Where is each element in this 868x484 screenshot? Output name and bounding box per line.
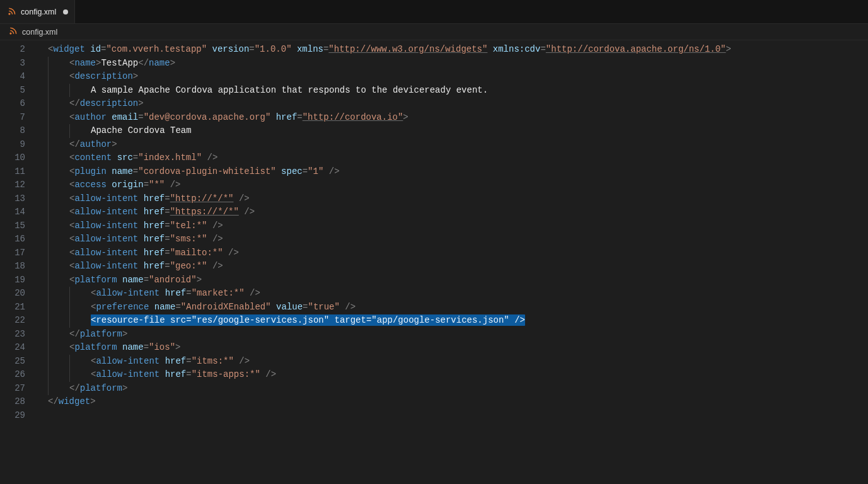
token-text (292, 44, 297, 54)
indent-guide (48, 260, 69, 274)
code-line[interactable]: A sample Apache Cordova application that… (37, 84, 868, 98)
code-line[interactable] (37, 409, 868, 423)
code-line[interactable]: <content src="index.html" /> (37, 151, 868, 165)
line-number: 23 (0, 328, 37, 342)
code-line[interactable]: </author> (37, 138, 868, 152)
token-text (107, 112, 112, 122)
code-line[interactable]: <allow-intent href="http://*/*" /> (37, 192, 868, 206)
token-text (107, 166, 112, 176)
token-text (233, 193, 238, 204)
code-editor[interactable]: 2345678910111213141516171819202122232425… (0, 40, 868, 484)
line-number: 21 (0, 301, 37, 314)
indent-guide (69, 368, 91, 382)
token-str: "app/google-services.json" (371, 315, 509, 325)
code-line[interactable]: <platform name="ios"> (37, 341, 868, 355)
code-line[interactable]: </platform> (37, 328, 868, 342)
code-line[interactable]: <access origin="*" /> (37, 178, 868, 192)
token-str: "mailto:*" (170, 248, 223, 258)
code-line[interactable]: <author email="dev@cordova.apache.org" h… (37, 111, 868, 125)
token-punc: /> (514, 315, 525, 325)
token-punc: > (726, 44, 731, 54)
token-str: "cordova-plugin-whitelist" (138, 166, 275, 176)
token-tag: allow-intent (74, 234, 138, 244)
token-punc: > (197, 275, 202, 285)
line-number: 10 (0, 151, 37, 165)
line-number: 13 (0, 192, 37, 206)
code-line[interactable]: </description> (37, 97, 868, 111)
indent-guide (48, 84, 69, 98)
indent-guide (69, 314, 91, 328)
breadcrumb[interactable]: config.xml (0, 24, 868, 40)
token-text (223, 248, 228, 258)
token-punc: > (133, 71, 138, 81)
token-attr: xmlns:cdv (493, 44, 541, 54)
code-area[interactable]: <widget id="com.vverh.testapp" version="… (37, 40, 868, 484)
code-line[interactable]: Apache Cordova Team (37, 124, 868, 138)
code-line[interactable]: <resource-file src="res/google-services.… (37, 314, 868, 328)
tab-label: config.xml (21, 8, 56, 16)
token-tag: description (80, 98, 138, 108)
indent-guide (48, 314, 69, 328)
code-line[interactable]: <allow-intent href="market:*" /> (37, 287, 868, 301)
token-text (487, 44, 492, 54)
token-attr: href (165, 356, 187, 366)
code-line[interactable]: <allow-intent href="itms:*" /> (37, 355, 868, 369)
token-punc: </ (138, 58, 149, 68)
token-punc: /> (239, 193, 250, 204)
token-attr: href (144, 193, 165, 204)
token-str: "1" (308, 166, 323, 176)
code-line[interactable]: <plugin name="cordova-plugin-whitelist" … (37, 165, 868, 179)
token-tag: name (149, 58, 170, 68)
token-attr: version (212, 44, 250, 54)
token-tag: allow-intent (74, 207, 138, 217)
token-tag: preference (96, 302, 149, 312)
token-punc: /> (212, 221, 223, 231)
token-strl: "http://cordova.apache.org/ns/1.0" (546, 44, 726, 54)
token-punc: </ (69, 383, 80, 393)
token-attr: href (276, 112, 298, 122)
token-tag: allow-intent (74, 261, 138, 271)
token-str: "*" (149, 180, 165, 190)
code-line[interactable]: </platform> (37, 382, 868, 396)
indent-guide (48, 368, 69, 382)
code-line[interactable]: <description> (37, 70, 868, 84)
token-punc: /> (244, 207, 255, 217)
indent-guide (48, 341, 69, 355)
token-str: "AndroidXEnabled" (181, 302, 271, 312)
token-punc: = (138, 112, 143, 122)
code-line[interactable]: <allow-intent href="sms:*" /> (37, 233, 868, 246)
token-punc: = (165, 207, 170, 217)
code-line[interactable]: <platform name="android"> (37, 274, 868, 287)
token-punc: = (186, 369, 191, 379)
token-str: "geo:*" (170, 261, 207, 271)
indent-guide (48, 178, 69, 192)
tabs-bar: config.xml (0, 0, 868, 24)
line-number: 26 (0, 368, 37, 382)
code-line[interactable]: <allow-intent href="geo:*" /> (37, 260, 868, 274)
token-tag: plugin (74, 166, 106, 176)
code-line[interactable]: <widget id="com.vverh.testapp" version="… (37, 43, 868, 57)
code-line[interactable]: <name>TestApp</name> (37, 57, 868, 71)
code-line[interactable]: </widget> (37, 395, 868, 409)
token-punc: /> (207, 153, 217, 163)
token-text (138, 261, 143, 271)
tab-config-xml[interactable]: config.xml (0, 0, 75, 23)
token-text (165, 315, 170, 325)
token-punc: = (303, 302, 308, 312)
code-line[interactable]: <allow-intent href="mailto:*" /> (37, 246, 868, 260)
token-punc: /> (212, 234, 223, 244)
line-number: 24 (0, 341, 37, 355)
token-text (207, 221, 212, 231)
indent-guide (48, 138, 69, 152)
code-line[interactable]: <allow-intent href="itms-apps:*" /> (37, 368, 868, 382)
code-line[interactable]: <allow-intent href="https://*/*" /> (37, 205, 868, 219)
indent-guide (69, 301, 91, 314)
line-number: 4 (0, 70, 37, 84)
token-attr: src (170, 315, 186, 325)
code-line[interactable]: <preference name="AndroidXEnabled" value… (37, 301, 868, 314)
token-punc: /> (239, 356, 250, 366)
code-line[interactable]: <allow-intent href="tel:*" /> (37, 219, 868, 233)
token-text (270, 112, 275, 122)
token-punc: /> (250, 288, 260, 298)
token-punc: = (165, 248, 170, 258)
